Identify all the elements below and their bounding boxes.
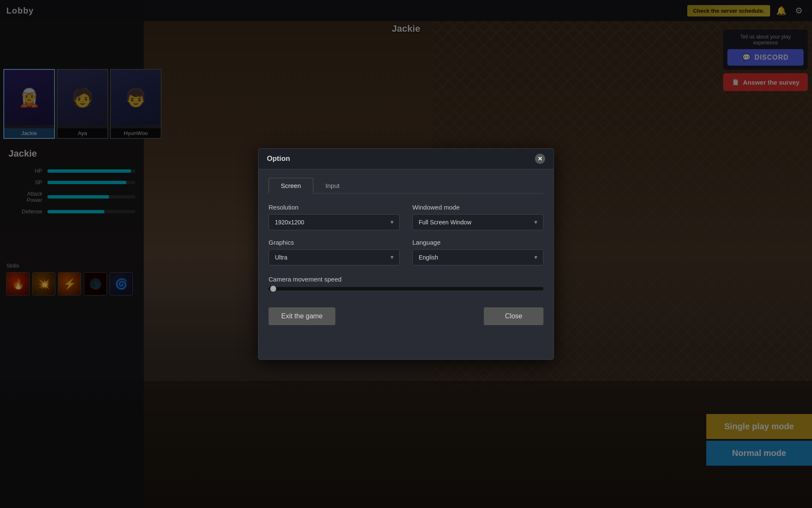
camera-speed-slider[interactable]: [269, 287, 543, 290]
language-select[interactable]: English Korean Japanese Chinese: [412, 249, 543, 265]
modal-overlay: Option ✕ Screen Input Resolution 1280x72…: [0, 0, 812, 508]
language-group: Language English Korean Japanese Chinese…: [412, 239, 543, 265]
resolution-label: Resolution: [269, 204, 400, 211]
graphics-select[interactable]: Low Medium High Ultra: [269, 249, 400, 265]
modal-close-button[interactable]: ✕: [535, 154, 545, 164]
modal-footer: Exit the game Close: [269, 303, 543, 325]
resolution-select-wrapper: 1280x720 1366x768 1920x1080 812x508 25…: [269, 214, 400, 230]
camera-section: Camera movement speed: [269, 276, 543, 290]
language-select-wrapper: English Korean Japanese Chinese ▼: [412, 249, 543, 265]
close-button[interactable]: Close: [484, 307, 543, 325]
windowed-mode-select-wrapper: Windowed Borderless Window Full Screen W…: [412, 214, 543, 230]
graphics-group: Graphics Low Medium High Ultra ▼: [269, 239, 400, 265]
camera-speed-thumb[interactable]: [270, 286, 276, 292]
windowed-mode-label: Windowed mode: [412, 204, 543, 211]
modal-tabs: Screen Input: [269, 178, 543, 193]
camera-label: Camera movement speed: [269, 276, 543, 283]
graphics-label: Graphics: [269, 239, 400, 246]
windowed-mode-select[interactable]: Windowed Borderless Window Full Screen W…: [412, 214, 543, 230]
modal-title: Option: [267, 155, 290, 163]
graphics-select-wrapper: Low Medium High Ultra ▼: [269, 249, 400, 265]
modal-body: Screen Input Resolution 1280x720 1366x76…: [258, 169, 554, 334]
modal-header: Option ✕: [258, 149, 554, 169]
resolution-group: Resolution 1280x720 1366x768 1920x1080 1…: [269, 204, 400, 230]
tab-screen[interactable]: Screen: [269, 178, 313, 193]
exit-game-button[interactable]: Exit the game: [269, 307, 335, 325]
settings-grid: Resolution 1280x720 1366x768 1920x1080 1…: [269, 204, 543, 265]
language-label: Language: [412, 239, 543, 246]
windowed-mode-group: Windowed mode Windowed Borderless Window…: [412, 204, 543, 230]
option-modal: Option ✕ Screen Input Resolution 1280x72…: [258, 148, 554, 360]
tab-input[interactable]: Input: [313, 178, 352, 193]
resolution-select[interactable]: 1280x720 1366x768 1920x1080 812x508 25…: [269, 214, 400, 230]
